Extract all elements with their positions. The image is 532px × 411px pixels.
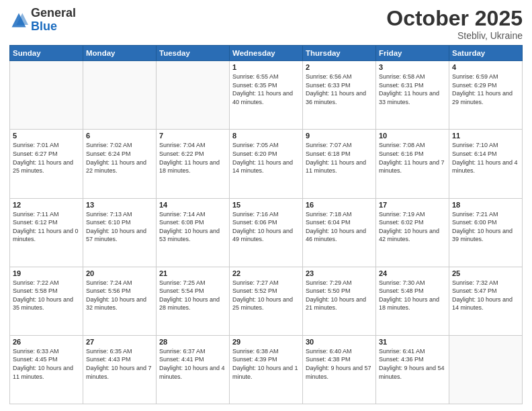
day-number: 23 [306,269,373,277]
table-row: 28Sunrise: 6:37 AM Sunset: 4:41 PM Dayli… [157,335,230,404]
cell-info: Sunrise: 7:21 AM Sunset: 6:00 PM Dayligh… [452,210,519,244]
cell-info: Sunrise: 6:37 AM Sunset: 4:41 PM Dayligh… [159,347,226,381]
day-number: 9 [306,132,373,140]
day-number: 20 [86,269,153,277]
cell-info: Sunrise: 6:55 AM Sunset: 6:35 PM Dayligh… [232,73,300,106]
cell-info: Sunrise: 7:05 AM Sunset: 6:20 PM Dayligh… [232,141,300,175]
table-row [10,61,83,130]
table-row: 4Sunrise: 6:59 AM Sunset: 6:29 PM Daylig… [449,61,523,130]
col-monday: Monday [83,46,157,61]
cell-info: Sunrise: 7:01 AM Sunset: 6:27 PM Dayligh… [13,141,80,175]
day-number: 7 [159,132,226,140]
cell-info: Sunrise: 7:18 AM Sunset: 6:04 PM Dayligh… [306,210,373,244]
table-row [449,335,523,404]
week-row-1: 1Sunrise: 6:55 AM Sunset: 6:35 PM Daylig… [10,61,523,130]
day-number: 2 [306,63,373,71]
logo-text: General Blue [31,7,76,34]
cell-info: Sunrise: 6:58 AM Sunset: 6:31 PM Dayligh… [379,73,446,106]
table-row [83,61,157,130]
cell-info: Sunrise: 7:02 AM Sunset: 6:24 PM Dayligh… [86,141,153,175]
day-number: 4 [452,63,519,71]
table-row: 11Sunrise: 7:10 AM Sunset: 6:14 PM Dayli… [449,130,523,198]
week-row-3: 12Sunrise: 7:11 AM Sunset: 6:12 PM Dayli… [10,198,523,267]
day-number: 18 [452,201,519,209]
cell-info: Sunrise: 7:25 AM Sunset: 5:54 PM Dayligh… [159,279,226,312]
cell-info: Sunrise: 6:38 AM Sunset: 4:39 PM Dayligh… [232,347,300,381]
cell-info: Sunrise: 7:11 AM Sunset: 6:12 PM Dayligh… [13,210,80,244]
col-tuesday: Tuesday [157,46,230,61]
cell-info: Sunrise: 7:29 AM Sunset: 5:50 PM Dayligh… [306,279,373,312]
table-row [157,61,230,130]
day-number: 24 [379,269,446,277]
day-number: 21 [159,269,226,277]
table-row: 6Sunrise: 7:02 AM Sunset: 6:24 PM Daylig… [83,130,157,198]
col-saturday: Saturday [449,46,523,61]
day-number: 5 [13,132,80,140]
table-row: 29Sunrise: 6:38 AM Sunset: 4:39 PM Dayli… [230,335,303,404]
table-row: 19Sunrise: 7:22 AM Sunset: 5:58 PM Dayli… [10,267,83,335]
day-number: 19 [13,269,80,277]
day-number: 26 [13,338,80,346]
table-row: 18Sunrise: 7:21 AM Sunset: 6:00 PM Dayli… [449,198,523,267]
day-number: 27 [86,338,153,346]
day-number: 12 [13,201,80,209]
table-row: 1Sunrise: 6:55 AM Sunset: 6:35 PM Daylig… [230,61,303,130]
location-subtitle: Stebliv, Ukraine [386,30,523,41]
cell-info: Sunrise: 7:13 AM Sunset: 6:10 PM Dayligh… [86,210,153,244]
page: General Blue October 2025 Stebliv, Ukrai… [0,0,532,411]
table-row: 30Sunrise: 6:40 AM Sunset: 4:38 PM Dayli… [303,335,376,404]
title-block: October 2025 Stebliv, Ukraine [386,7,523,41]
day-number: 15 [232,201,300,209]
day-number: 6 [86,132,153,140]
logo-general-text: General [31,7,76,20]
table-row: 31Sunrise: 6:41 AM Sunset: 4:36 PM Dayli… [376,335,449,404]
table-row: 15Sunrise: 7:16 AM Sunset: 6:06 PM Dayli… [230,198,303,267]
table-row: 26Sunrise: 6:33 AM Sunset: 4:45 PM Dayli… [10,335,83,404]
week-row-5: 26Sunrise: 6:33 AM Sunset: 4:45 PM Dayli… [10,335,523,404]
cell-info: Sunrise: 7:10 AM Sunset: 6:14 PM Dayligh… [452,141,519,175]
cell-info: Sunrise: 7:24 AM Sunset: 5:56 PM Dayligh… [86,279,153,312]
table-row: 12Sunrise: 7:11 AM Sunset: 6:12 PM Dayli… [10,198,83,267]
day-number: 25 [452,269,519,277]
table-row: 5Sunrise: 7:01 AM Sunset: 6:27 PM Daylig… [10,130,83,198]
logo: General Blue [9,7,76,34]
table-row: 3Sunrise: 6:58 AM Sunset: 6:31 PM Daylig… [376,61,449,130]
table-row: 27Sunrise: 6:35 AM Sunset: 4:43 PM Dayli… [83,335,157,404]
cell-info: Sunrise: 6:59 AM Sunset: 6:29 PM Dayligh… [452,73,519,106]
col-sunday: Sunday [10,46,83,61]
cell-info: Sunrise: 7:32 AM Sunset: 5:47 PM Dayligh… [452,279,519,312]
day-number: 14 [159,201,226,209]
cell-info: Sunrise: 7:07 AM Sunset: 6:18 PM Dayligh… [306,141,373,175]
header: General Blue October 2025 Stebliv, Ukrai… [9,7,523,41]
table-row: 17Sunrise: 7:19 AM Sunset: 6:02 PM Dayli… [376,198,449,267]
week-row-2: 5Sunrise: 7:01 AM Sunset: 6:27 PM Daylig… [10,130,523,198]
table-row: 16Sunrise: 7:18 AM Sunset: 6:04 PM Dayli… [303,198,376,267]
day-number: 13 [86,201,153,209]
cell-info: Sunrise: 7:27 AM Sunset: 5:52 PM Dayligh… [232,279,300,312]
day-number: 3 [379,63,446,71]
cell-info: Sunrise: 6:41 AM Sunset: 4:36 PM Dayligh… [379,347,446,381]
table-row: 21Sunrise: 7:25 AM Sunset: 5:54 PM Dayli… [157,267,230,335]
week-row-4: 19Sunrise: 7:22 AM Sunset: 5:58 PM Dayli… [10,267,523,335]
logo-icon [9,11,28,30]
day-number: 8 [232,132,300,140]
cell-info: Sunrise: 6:33 AM Sunset: 4:45 PM Dayligh… [13,347,80,381]
table-row: 23Sunrise: 7:29 AM Sunset: 5:50 PM Dayli… [303,267,376,335]
col-wednesday: Wednesday [230,46,303,61]
cell-info: Sunrise: 7:04 AM Sunset: 6:22 PM Dayligh… [159,141,226,175]
table-row: 13Sunrise: 7:13 AM Sunset: 6:10 PM Dayli… [83,198,157,267]
table-row: 8Sunrise: 7:05 AM Sunset: 6:20 PM Daylig… [230,130,303,198]
cell-info: Sunrise: 7:22 AM Sunset: 5:58 PM Dayligh… [13,279,80,312]
cell-info: Sunrise: 6:40 AM Sunset: 4:38 PM Dayligh… [306,347,373,381]
table-row: 7Sunrise: 7:04 AM Sunset: 6:22 PM Daylig… [157,130,230,198]
day-number: 31 [379,338,446,346]
cell-info: Sunrise: 7:16 AM Sunset: 6:06 PM Dayligh… [232,210,300,244]
day-number: 1 [232,63,300,71]
table-row: 10Sunrise: 7:08 AM Sunset: 6:16 PM Dayli… [376,130,449,198]
day-number: 17 [379,201,446,209]
day-number: 16 [306,201,373,209]
table-row: 2Sunrise: 6:56 AM Sunset: 6:33 PM Daylig… [303,61,376,130]
day-number: 28 [159,338,226,346]
cell-info: Sunrise: 6:35 AM Sunset: 4:43 PM Dayligh… [86,347,153,381]
cell-info: Sunrise: 7:30 AM Sunset: 5:48 PM Dayligh… [379,279,446,312]
